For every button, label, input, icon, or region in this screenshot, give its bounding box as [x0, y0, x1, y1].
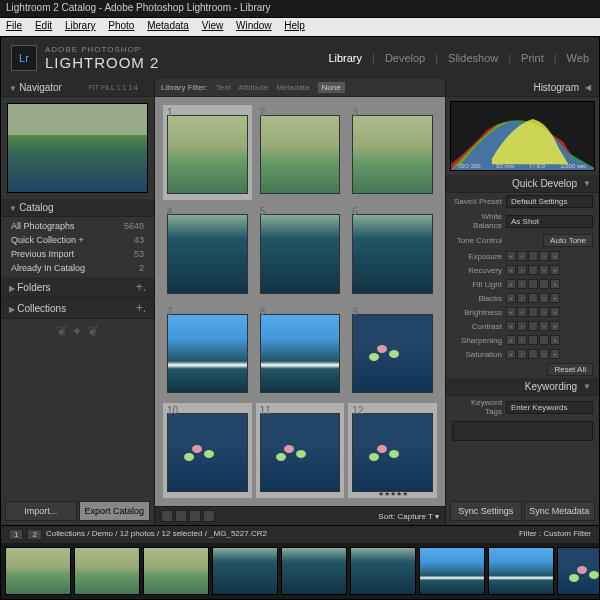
window-titlebar: Lightroom 2 Catalog - Adobe Photoshop Li… — [0, 0, 600, 18]
filter-attribute[interactable]: Attribute — [238, 83, 268, 92]
menu-window[interactable]: Window — [236, 20, 272, 31]
keywording-header[interactable]: Keywording▼ — [446, 378, 599, 396]
grid-cell-3[interactable]: 3 — [348, 105, 437, 200]
module-library[interactable]: Library — [328, 52, 362, 64]
contrast-stepper[interactable]: «‹›» — [506, 321, 593, 331]
catalog-already-in[interactable]: Already In Catalog2 — [1, 261, 154, 275]
page-1[interactable]: 1 — [9, 529, 23, 540]
grid-cell-11[interactable]: 11 — [256, 403, 345, 498]
sharpening-stepper[interactable]: «‹›» — [506, 335, 593, 345]
view-survey-icon[interactable] — [203, 510, 215, 522]
left-panel: ▼ Navigator FIT FILL 1:1 1:4 ▼ Catalog A… — [1, 79, 155, 525]
grid-cell-1[interactable]: 1 — [163, 105, 252, 200]
library-filter-bar: Library Filter: Text Attribute Metadata … — [155, 79, 445, 97]
grid-toolbar: Sort: Capture T ▾ — [155, 506, 445, 525]
filter-metadata[interactable]: Metadata — [276, 83, 309, 92]
view-compare-icon[interactable] — [189, 510, 201, 522]
grid-cell-6[interactable]: 6 — [348, 204, 437, 299]
blacks-stepper[interactable]: «‹›» — [506, 293, 593, 303]
module-develop[interactable]: Develop — [385, 52, 425, 64]
sync-settings-button[interactable]: Sync Settings — [450, 501, 522, 521]
filmstrip-thumb[interactable] — [281, 547, 347, 595]
menu-view[interactable]: View — [202, 20, 224, 31]
module-print[interactable]: Print — [521, 52, 544, 64]
menu-photo[interactable]: Photo — [108, 20, 134, 31]
center-panel: Library Filter: Text Attribute Metadata … — [155, 79, 445, 525]
histogram-header[interactable]: Histogram◀ — [446, 79, 599, 97]
histogram-display[interactable]: ISO 20050 mmf / 9.01/200 sec — [450, 101, 595, 171]
menu-bar: File Edit Library Photo Metadata View Wi… — [0, 18, 600, 36]
menu-edit[interactable]: Edit — [35, 20, 52, 31]
grid-cell-10[interactable]: 10 — [163, 403, 252, 498]
keyword-tags-dropdown[interactable]: Enter Keywords — [506, 401, 593, 414]
sync-metadata-button[interactable]: Sync Metadata — [524, 501, 596, 521]
brightness-stepper[interactable]: «‹›» — [506, 307, 593, 317]
folders-header[interactable]: ▶ Folders+. — [1, 277, 154, 298]
filter-text[interactable]: Text — [216, 83, 231, 92]
grid-cell-8[interactable]: 8 — [256, 304, 345, 399]
catalog-quick-collection[interactable]: Quick Collection +43 — [1, 233, 154, 247]
filmstrip-thumb[interactable] — [143, 547, 209, 595]
menu-file[interactable]: File — [6, 20, 22, 31]
saturation-stepper[interactable]: «‹›» — [506, 349, 593, 359]
brand-name: LIGHTROOM 2 — [45, 54, 159, 71]
grid-cell-4[interactable]: 4 — [163, 204, 252, 299]
menu-library[interactable]: Library — [65, 20, 96, 31]
menu-help[interactable]: Help — [284, 20, 305, 31]
filmstrip-thumb[interactable] — [212, 547, 278, 595]
thumbnail-grid: 1 2 3 4 5 6 7 8 9 10 11 12★★★★★ — [155, 97, 445, 506]
collections-header[interactable]: ▶ Collections+. — [1, 298, 154, 319]
folders-add-icon[interactable]: +. — [136, 280, 146, 294]
export-catalog-button[interactable]: Export Catalog — [79, 501, 151, 521]
reset-all-button[interactable]: Reset All — [547, 363, 593, 376]
import-button[interactable]: Import... — [5, 501, 77, 521]
navigator-zoom-opts[interactable]: FIT FILL 1:1 1:4 — [81, 84, 146, 91]
preset-dropdown[interactable]: Default Settings — [506, 195, 593, 208]
path-bar: 1 2 Collections / Demo / 12 photos / 12 … — [1, 525, 599, 543]
right-panel: Histogram◀ ISO 20050 mmf / 9.01/200 sec … — [445, 79, 599, 525]
grid-cell-7[interactable]: 7 — [163, 304, 252, 399]
view-grid-icon[interactable] — [161, 510, 173, 522]
module-picker: Library| Develop| Slideshow| Print| Web — [328, 52, 589, 64]
brand-tagline: ADOBE PHOTOSHOP — [45, 45, 159, 54]
collections-add-icon[interactable]: +. — [136, 301, 146, 315]
filmstrip[interactable] — [1, 543, 599, 599]
page-2[interactable]: 2 — [27, 529, 41, 540]
module-slideshow[interactable]: Slideshow — [448, 52, 498, 64]
keyword-box[interactable] — [452, 421, 593, 441]
menu-metadata[interactable]: Metadata — [147, 20, 189, 31]
recovery-stepper[interactable]: «‹›» — [506, 265, 593, 275]
grid-cell-5[interactable]: 5 — [256, 204, 345, 299]
filmstrip-thumb[interactable] — [5, 547, 71, 595]
navigator-header[interactable]: ▼ Navigator FIT FILL 1:1 1:4 — [1, 79, 154, 97]
catalog-all-photos[interactable]: All Photographs5648 — [1, 219, 154, 233]
filmstrip-thumb[interactable] — [350, 547, 416, 595]
filter-none[interactable]: None — [318, 82, 345, 93]
auto-tone-button[interactable]: Auto Tone — [543, 234, 593, 247]
view-loupe-icon[interactable] — [175, 510, 187, 522]
fill light-stepper[interactable]: «‹›» — [506, 279, 593, 289]
wb-dropdown[interactable]: As Shot — [506, 215, 593, 228]
breadcrumb: Collections / Demo / 12 photos / 12 sele… — [46, 529, 267, 540]
app-logo-icon: Lr — [11, 45, 37, 71]
sort-dropdown[interactable]: Capture T — [397, 512, 432, 521]
catalog-header[interactable]: ▼ Catalog — [1, 199, 154, 217]
catalog-previous-import[interactable]: Previous Import53 — [1, 247, 154, 261]
filmstrip-filter[interactable]: Custom Filter — [543, 529, 591, 538]
grid-cell-9[interactable]: 9 — [348, 304, 437, 399]
rating-stars[interactable]: ★★★★★ — [378, 490, 408, 498]
app-header: Lr ADOBE PHOTOSHOP LIGHTROOM 2 Library| … — [1, 37, 599, 79]
grid-cell-2[interactable]: 2 — [256, 105, 345, 200]
filmstrip-thumb[interactable] — [557, 547, 599, 595]
module-web[interactable]: Web — [567, 52, 589, 64]
navigator-preview[interactable] — [7, 103, 148, 193]
filmstrip-thumb[interactable] — [74, 547, 140, 595]
panel-ornament: ❦ ✦ ❦ — [1, 319, 154, 343]
filmstrip-thumb[interactable] — [419, 547, 485, 595]
quick-develop-header[interactable]: Quick Develop▼ — [446, 175, 599, 193]
exposure-stepper[interactable]: «‹›» — [506, 251, 593, 261]
filmstrip-thumb[interactable] — [488, 547, 554, 595]
grid-cell-12[interactable]: 12★★★★★ — [348, 403, 437, 498]
